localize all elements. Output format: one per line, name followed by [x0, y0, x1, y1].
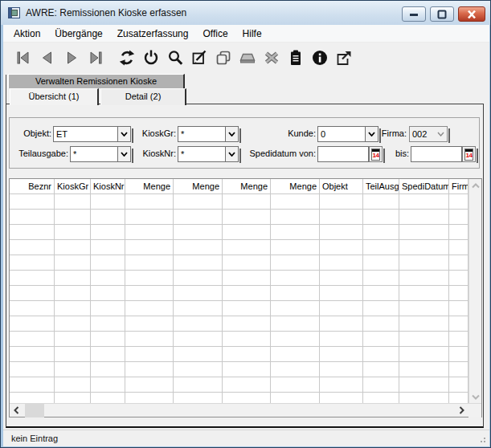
chevron-up-icon	[472, 183, 480, 189]
grid-pane: Beznr KioskGr KioskNr Menge Menge Menge …	[10, 179, 468, 403]
firma-dropdown-button[interactable]	[434, 127, 447, 141]
delete-icon	[263, 49, 280, 67]
grid-column	[125, 194, 174, 403]
info-button[interactable]	[309, 47, 330, 68]
drive-icon	[239, 49, 256, 67]
table-body-empty-grid	[10, 194, 468, 403]
minimize-icon	[408, 10, 419, 19]
close-icon	[466, 10, 477, 19]
objekt-combobox[interactable]: ET	[53, 126, 131, 142]
maximize-button[interactable]	[430, 6, 454, 22]
scroll-right-button[interactable]	[455, 404, 468, 417]
column-header-menge-4: Menge	[271, 179, 320, 193]
copy-icon	[215, 49, 232, 67]
client-area: Verwalten Remissionen Kioske Übersicht (…	[3, 43, 489, 446]
column-header-menge-3: Menge	[223, 179, 271, 193]
spedidatum-von-input[interactable]	[317, 146, 369, 162]
grid-column	[91, 194, 125, 403]
delete-button[interactable]	[261, 47, 282, 68]
tab-uebersicht[interactable]: Übersicht (1)	[10, 88, 99, 105]
drive-button[interactable]	[237, 47, 258, 68]
previous-record-icon	[39, 49, 56, 67]
previous-record-button[interactable]	[37, 47, 58, 68]
power-icon	[142, 49, 160, 67]
kioskgr-combobox[interactable]: *	[178, 126, 239, 142]
horizontal-scroll-track[interactable]	[23, 404, 455, 417]
power-button[interactable]	[141, 47, 162, 68]
title-bar[interactable]: AWRE: Remissionen Kioske erfassen	[1, 1, 490, 25]
horizontal-scroll-thumb[interactable]	[25, 404, 44, 417]
horizontal-scrollbar[interactable]	[10, 404, 468, 417]
tab-detail[interactable]: Detail (2)	[100, 88, 186, 105]
filter-groupbox: Objekt: ET KioskGr: * Kunde: 0	[9, 117, 480, 169]
minimize-button[interactable]	[402, 6, 426, 22]
first-record-icon	[14, 49, 32, 67]
last-record-button[interactable]	[85, 47, 106, 68]
kioskgr-dropdown-button[interactable]	[225, 127, 238, 141]
search-icon	[166, 49, 184, 67]
refresh-button[interactable]	[117, 47, 137, 68]
teilausgabe-value: *	[71, 147, 117, 161]
maximize-icon	[436, 10, 448, 19]
menu-hilfe[interactable]: Hilfe	[235, 26, 269, 42]
menu-office[interactable]: Office	[195, 26, 235, 42]
copy-button[interactable]	[213, 47, 234, 68]
objekt-label: Objekt:	[10, 128, 51, 138]
column-header-spedidatum: SpediDatum	[399, 179, 449, 193]
status-text: kein Eintrag	[3, 434, 58, 443]
table-header-row: Beznr KioskGr KioskNr Menge Menge Menge …	[10, 179, 468, 194]
clipboard-button[interactable]	[285, 47, 306, 68]
menu-zusatzerfassung[interactable]: Zusatzerfassung	[110, 26, 196, 42]
kiosknr-combobox[interactable]: *	[178, 146, 239, 162]
chevron-down-icon	[228, 132, 235, 136]
edit-button[interactable]	[189, 47, 210, 68]
column-header-menge-2: Menge	[174, 179, 223, 193]
firma-label: Firma:	[366, 128, 407, 138]
scroll-up-button[interactable]	[469, 179, 481, 192]
results-table: Beznr KioskGr KioskNr Menge Menge Menge …	[9, 178, 482, 417]
close-button[interactable]	[458, 6, 485, 22]
chevron-left-icon	[14, 406, 19, 414]
resize-grip[interactable]	[478, 435, 486, 443]
info-icon	[311, 49, 329, 67]
vertical-scrollbar[interactable]	[468, 179, 481, 403]
bis-calendar-button[interactable]: 14	[462, 146, 476, 162]
last-record-icon	[87, 49, 104, 67]
window-system-icon[interactable]	[8, 7, 20, 18]
grid-column	[174, 194, 223, 403]
bis-input[interactable]	[411, 146, 462, 162]
scroll-left-button[interactable]	[10, 404, 23, 417]
refresh-icon	[118, 49, 136, 67]
first-record-button[interactable]	[13, 47, 34, 68]
grid-column	[449, 194, 468, 403]
firma-value: 002	[410, 127, 434, 141]
panel-left-edge	[6, 75, 6, 104]
scroll-down-button[interactable]	[469, 390, 481, 403]
column-header-beznr: Beznr	[10, 179, 55, 193]
firma-combobox[interactable]: 002	[409, 126, 448, 142]
column-header-firma: Firma	[449, 179, 468, 193]
main-panel: Objekt: ET KioskGr: * Kunde: 0	[6, 104, 484, 428]
kiosknr-value: *	[178, 147, 225, 161]
grid-column	[363, 194, 399, 403]
chevron-right-icon	[459, 406, 464, 414]
objekt-value: ET	[54, 127, 117, 141]
export-button[interactable]	[333, 47, 354, 68]
next-record-button[interactable]	[61, 47, 82, 68]
grid-column	[223, 194, 271, 403]
kiosknr-label: KioskNr:	[122, 149, 176, 158]
menu-uebergaenge[interactable]: Übergänge	[47, 26, 109, 42]
column-header-kiosknr: KioskNr	[91, 179, 125, 193]
spedidatum-von-calendar-button[interactable]: 14	[369, 146, 383, 162]
kunde-label: Kunde:	[251, 128, 316, 138]
search-button[interactable]	[165, 47, 186, 68]
next-record-icon	[63, 49, 80, 67]
toolbar	[3, 43, 489, 72]
edit-icon	[190, 49, 208, 67]
tab-strip: Verwalten Remissionen Kioske Übersicht (…	[3, 72, 489, 104]
scrollbar-corner	[468, 404, 481, 417]
menu-aktion[interactable]: Aktion	[6, 26, 47, 42]
tab-verwalten-remissionen-kioske[interactable]: Verwalten Remissionen Kioske	[8, 74, 185, 88]
column-header-kioskgr: KioskGr	[55, 179, 91, 193]
grid-column	[271, 194, 320, 403]
